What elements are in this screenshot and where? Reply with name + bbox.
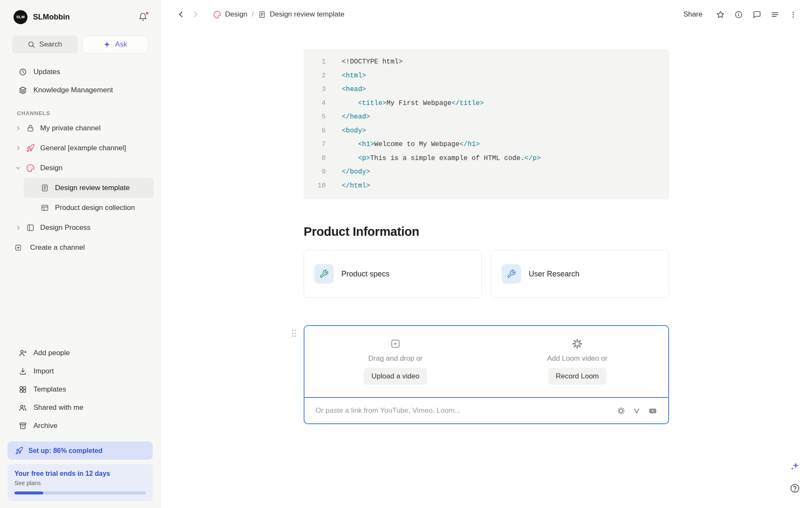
- sparkle-icon: [103, 41, 111, 48]
- drag-drop-text: Drag and drop or: [368, 354, 423, 363]
- notifications-button[interactable]: [137, 11, 149, 23]
- comment-icon: [752, 10, 761, 19]
- create-channel-button[interactable]: Create a channel: [7, 237, 154, 257]
- card-label: Product specs: [341, 270, 390, 279]
- import-icon: [19, 367, 27, 375]
- layers-icon: [19, 86, 27, 94]
- rocket-icon: [15, 447, 23, 455]
- sidebar-item-knowledge-management[interactable]: Knowledge Management: [7, 81, 154, 99]
- drag-handle-icon[interactable]: [291, 329, 297, 338]
- workspace-switcher[interactable]: SLM SLMobbin: [14, 10, 70, 24]
- setup-progress-banner[interactable]: Set up: 86% completed: [8, 442, 153, 460]
- trial-card[interactable]: Your free trial ends in 12 days See plan…: [8, 464, 153, 501]
- palette-icon: [26, 164, 35, 172]
- breadcrumb: Design / Design review template: [213, 10, 344, 19]
- chevron-left-icon: [177, 10, 185, 19]
- more-options-button[interactable]: [787, 8, 799, 21]
- search-button-label: Search: [39, 40, 62, 49]
- add-people-button[interactable]: Add people: [7, 344, 154, 362]
- search-row: Search Ask: [0, 36, 160, 53]
- search-button[interactable]: Search: [12, 36, 78, 53]
- see-plans-link[interactable]: See plans: [14, 480, 146, 486]
- card-label: User Research: [529, 270, 579, 279]
- create-channel-label: Create a channel: [30, 243, 85, 252]
- document-icon: [41, 184, 49, 192]
- workspace-avatar: SLM: [14, 10, 27, 24]
- outline-button[interactable]: [769, 8, 781, 21]
- sidebar-page-design-review-template[interactable]: Design review template: [24, 178, 154, 198]
- channel-label: Design: [40, 164, 63, 172]
- forward-button[interactable]: [189, 8, 201, 20]
- ai-assistant-button[interactable]: [788, 459, 802, 472]
- breadcrumb-page[interactable]: Design review template: [258, 10, 345, 19]
- archive-button[interactable]: Archive: [7, 417, 154, 435]
- video-play-icon: [390, 338, 401, 351]
- sidebar-channel-design-process[interactable]: Design Process: [7, 218, 154, 237]
- upload-video-button[interactable]: Upload a video: [364, 368, 427, 385]
- star-icon: [716, 10, 725, 19]
- favorite-button[interactable]: [714, 8, 727, 21]
- utility-label: Add people: [33, 349, 70, 357]
- document-icon: [258, 11, 266, 19]
- help-icon: [790, 483, 800, 494]
- sidebar-channel-private[interactable]: My private channel: [7, 118, 154, 138]
- sidebar-spacer: [0, 257, 160, 344]
- back-button[interactable]: [175, 8, 187, 20]
- shared-with-me-button[interactable]: Shared with me: [7, 398, 154, 417]
- comments-button[interactable]: [751, 8, 763, 21]
- templates-button[interactable]: Templates: [7, 380, 154, 398]
- youtube-icon: [648, 406, 657, 415]
- sidebar-item-updates[interactable]: Updates: [7, 63, 154, 81]
- card-user-research[interactable]: User Research: [491, 250, 669, 298]
- record-loom-button[interactable]: Record Loom: [548, 368, 606, 385]
- chevron-right-icon[interactable]: [14, 225, 22, 231]
- trial-progress-bar: [14, 491, 146, 494]
- record-loom-zone[interactable]: Add Loom video or Record Loom: [486, 326, 668, 397]
- sidebar-item-label: Knowledge Management: [33, 86, 113, 94]
- code-lines: 1<!DOCTYPE html>2<html>3<head>4 <title>M…: [311, 55, 659, 193]
- video-link-input[interactable]: [315, 406, 609, 415]
- channels-header: CHANNELS: [0, 110, 160, 116]
- sidebar-nav: Updates Knowledge Management: [0, 63, 160, 99]
- card-product-specs[interactable]: Product specs: [304, 250, 482, 298]
- wrench-icon: [502, 264, 521, 284]
- share-button[interactable]: Share: [683, 10, 702, 19]
- link-provider-icons: [617, 406, 657, 415]
- sidebar-channel-design[interactable]: Design: [7, 158, 154, 178]
- breadcrumb-channel[interactable]: Design: [213, 10, 247, 19]
- page-label: Design review template: [55, 184, 130, 192]
- notification-dot: [145, 11, 149, 15]
- upload-video-dropzone[interactable]: Drag and drop or Upload a video: [304, 326, 486, 397]
- chevron-down-icon[interactable]: [14, 165, 22, 171]
- channels-list: My private channel General [example chan…: [0, 118, 160, 257]
- chevron-right-icon[interactable]: [14, 145, 22, 151]
- archive-icon: [19, 422, 27, 430]
- ask-button[interactable]: Ask: [82, 36, 149, 53]
- lock-icon: [26, 124, 35, 133]
- add-loom-text: Add Loom video or: [547, 354, 608, 363]
- code-block[interactable]: 1<!DOCTYPE html>2<html>3<head>4 <title>M…: [304, 49, 669, 199]
- chevron-right-icon[interactable]: [14, 125, 22, 131]
- palette-icon: [213, 11, 221, 19]
- workspace-name: SLMobbin: [33, 13, 70, 22]
- kebab-menu-icon: [789, 10, 798, 19]
- document-area: 1<!DOCTYPE html>2<html>3<head>4 <title>M…: [161, 29, 812, 508]
- info-button[interactable]: [732, 8, 745, 21]
- sidebar-channel-general[interactable]: General [example channel]: [7, 138, 154, 158]
- sidebar: SLM SLMobbin Search Ask Updates: [0, 0, 161, 508]
- video-upload-block: Drag and drop or Upload a video Add Loom…: [304, 325, 669, 424]
- breadcrumb-channel-label: Design: [225, 10, 247, 19]
- app-root: SLM SLMobbin Search Ask Updates: [0, 0, 812, 508]
- main-area: Design / Design review template Share: [161, 0, 812, 508]
- import-button[interactable]: Import: [7, 362, 154, 380]
- help-button[interactable]: [788, 481, 802, 495]
- sidebar-page-product-design-collection[interactable]: Product design collection: [24, 198, 154, 218]
- utility-label: Archive: [33, 422, 58, 430]
- workspace-header: SLM SLMobbin: [0, 7, 160, 27]
- clock-icon: [19, 68, 27, 76]
- sparkle-icon: [790, 461, 800, 471]
- plus-square-icon: [14, 244, 22, 251]
- trial-title: Your free trial ends in 12 days: [14, 470, 146, 478]
- channel-label: My private channel: [40, 124, 101, 133]
- vimeo-icon: [633, 407, 641, 415]
